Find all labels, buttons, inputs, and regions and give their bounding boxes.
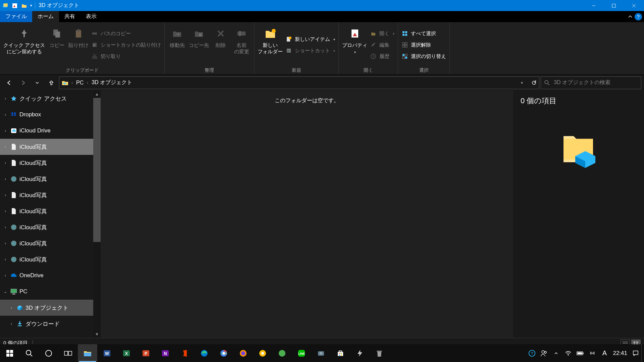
- taskbar-chrome-canary[interactable]: [253, 344, 272, 362]
- svg-rect-77: [68, 351, 72, 355]
- taskbar-recycle-bin[interactable]: [370, 344, 389, 362]
- chevron-right-icon: ›: [3, 112, 8, 117]
- search-button[interactable]: [19, 344, 39, 362]
- new-item-button[interactable]: 新しいアイテム▾: [285, 35, 335, 44]
- taskbar-store[interactable]: [331, 344, 350, 362]
- breadcrumb-folder[interactable]: 3D オブジェクト: [92, 79, 132, 86]
- history-button[interactable]: 履歴: [370, 52, 394, 61]
- breadcrumb-bar[interactable]: ›PC›3D オブジェクト ▾: [59, 76, 539, 89]
- taskbar-firefox[interactable]: [233, 344, 253, 362]
- nav-item[interactable]: ›クイック アクセス: [0, 90, 101, 107]
- tray-connect-icon[interactable]: [589, 350, 596, 357]
- content-pane[interactable]: このフォルダーは空です。: [101, 90, 513, 338]
- move-to-button[interactable]: 移動先: [168, 25, 186, 65]
- nav-item[interactable]: ›iCloud写真: [0, 155, 101, 171]
- nav-up-button[interactable]: [45, 76, 58, 89]
- help-icon[interactable]: ?: [635, 13, 642, 20]
- ribbon-group-organize: 整理: [165, 66, 254, 74]
- svg-text:N: N: [164, 351, 167, 356]
- nav-item[interactable]: ›iCloud写真: [0, 203, 101, 219]
- taskbar-excel[interactable]: X: [117, 344, 136, 362]
- qat-dropdown-icon[interactable]: ▾: [30, 3, 32, 8]
- tab-file[interactable]: ファイル: [0, 11, 32, 22]
- new-folder-button[interactable]: 新しいフォルダー: [258, 25, 283, 65]
- nav-item-label: 3D オブジェクト: [25, 304, 68, 312]
- nav-history-dropdown[interactable]: [31, 76, 44, 89]
- nav-item[interactable]: ⌄PC: [0, 284, 101, 300]
- paste-button[interactable]: 貼り付け: [68, 25, 89, 65]
- taskbar-app-green[interactable]: [272, 344, 292, 362]
- refresh-button[interactable]: [531, 80, 537, 86]
- search-box[interactable]: 3D オブジェクトの検索: [541, 76, 641, 89]
- start-button[interactable]: [0, 344, 19, 362]
- svg-point-42: [11, 176, 16, 182]
- nav-scrollbar[interactable]: ▲ ▼: [93, 90, 101, 338]
- scroll-up-icon[interactable]: ▲: [93, 90, 101, 98]
- tray-help-icon[interactable]: ?: [528, 350, 536, 357]
- taskbar-office[interactable]: [175, 344, 195, 362]
- open-button[interactable]: 開く▾: [370, 29, 394, 38]
- close-button[interactable]: [624, 0, 644, 11]
- taskbar-word[interactable]: W: [97, 344, 117, 362]
- qat-properties-icon[interactable]: [11, 2, 18, 9]
- chevron-right-icon: ›: [3, 161, 8, 165]
- tray-clock[interactable]: 22:41: [613, 350, 627, 357]
- select-none-button[interactable]: 選択解除: [401, 41, 446, 49]
- nav-item[interactable]: ›ダウンロード: [0, 316, 101, 332]
- paste-shortcut-button[interactable]: ショートカットの貼り付け: [91, 41, 161, 49]
- tab-share[interactable]: 共有: [59, 11, 80, 22]
- tray-overflow-icon[interactable]: [552, 350, 560, 357]
- nav-item[interactable]: ›iCloud写真: [0, 139, 101, 155]
- pin-quick-access-button[interactable]: クイック アクセスにピン留めする: [3, 25, 45, 65]
- copy-to-button[interactable]: コピー先: [189, 25, 209, 65]
- nav-forward-button[interactable]: [17, 76, 30, 89]
- taskbar-edge[interactable]: [195, 344, 214, 362]
- task-view-button[interactable]: [58, 344, 78, 362]
- minimize-button[interactable]: [584, 0, 604, 11]
- taskbar-explorer[interactable]: [78, 344, 97, 362]
- show-desktop-button[interactable]: [641, 344, 644, 362]
- nav-item[interactable]: ›iCloud写真: [0, 187, 101, 203]
- nav-item[interactable]: ›iCloud写真: [0, 171, 101, 187]
- taskbar-onenote[interactable]: N: [156, 344, 175, 362]
- nav-item[interactable]: ›iCloud写真: [0, 251, 101, 267]
- invert-selection-button[interactable]: 選択の切り替え: [401, 52, 446, 61]
- breadcrumb-dropdown-icon[interactable]: ▾: [521, 80, 523, 85]
- edit-button[interactable]: 編集: [370, 41, 394, 49]
- tab-view[interactable]: 表示: [80, 11, 102, 22]
- nav-item[interactable]: ›iCloud Drive: [0, 123, 101, 139]
- nav-item[interactable]: ›Dropbox: [0, 107, 101, 123]
- scroll-down-icon[interactable]: ▼: [93, 330, 101, 338]
- ribbon-collapse-icon[interactable]: [628, 14, 633, 19]
- cortana-button[interactable]: [39, 344, 58, 362]
- tray-battery-icon[interactable]: [577, 350, 584, 357]
- taskbar-chrome[interactable]: [214, 344, 233, 362]
- copy-button[interactable]: コピー: [48, 25, 66, 65]
- taskbar-app-camera[interactable]: [311, 344, 331, 362]
- qat-folder-icon[interactable]: [21, 2, 28, 9]
- nav-item[interactable]: ›3D オブジェクト: [0, 300, 101, 316]
- svg-text:?: ?: [531, 351, 533, 356]
- nav-item[interactable]: ›OneDrive: [0, 267, 101, 284]
- rename-button[interactable]: 名前の変更: [232, 25, 251, 65]
- nav-item[interactable]: ›iCloud写真: [0, 219, 101, 235]
- delete-button[interactable]: 削除: [212, 25, 230, 65]
- taskbar-app-bolt[interactable]: [350, 344, 370, 362]
- nav-item[interactable]: ›iCloud写真: [0, 235, 101, 251]
- tray-notifications-icon[interactable]: [632, 350, 639, 357]
- copy-path-button[interactable]: パスのコピー: [91, 29, 161, 38]
- taskbar-line[interactable]: LINE: [292, 344, 311, 362]
- maximize-button[interactable]: [604, 0, 624, 11]
- svg-rect-29: [405, 43, 407, 45]
- tray-people-icon[interactable]: [540, 350, 548, 357]
- tray-wifi-icon[interactable]: [565, 350, 572, 357]
- cut-button[interactable]: 切り取り: [91, 52, 161, 61]
- properties-button[interactable]: プロパティ▾: [342, 25, 367, 65]
- tray-ime-icon[interactable]: A: [601, 350, 608, 357]
- taskbar-powerpoint[interactable]: P: [136, 344, 156, 362]
- new-shortcut-button[interactable]: ショートカット▾: [285, 46, 335, 55]
- tab-home[interactable]: ホーム: [32, 11, 59, 22]
- breadcrumb-pc[interactable]: PC: [76, 80, 84, 86]
- select-all-button[interactable]: すべて選択: [401, 29, 446, 38]
- nav-back-button[interactable]: [3, 76, 15, 89]
